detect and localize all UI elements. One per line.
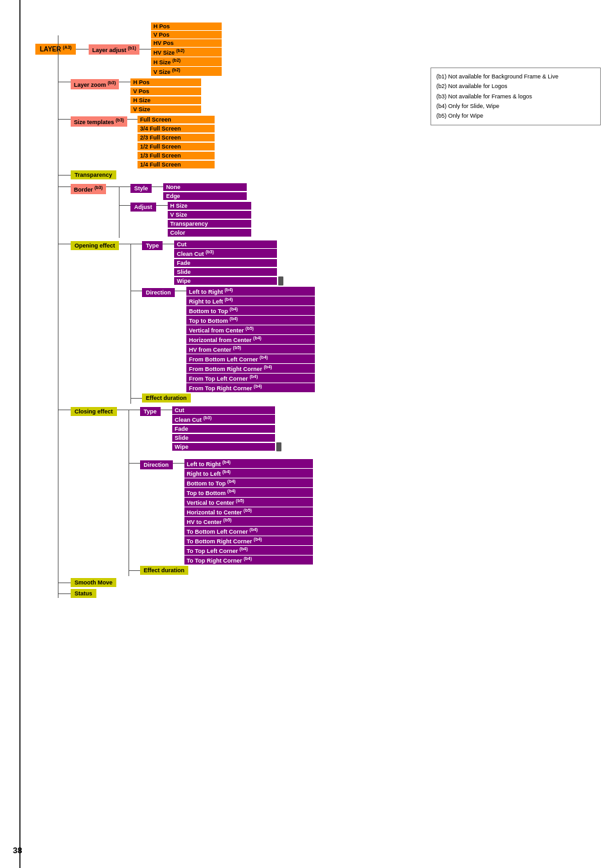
opening-direction-children: Left to Right (b4) Right to Left (b4) Bo… [186, 287, 315, 392]
od-hvfc[interactable]: HV from Center (b5) [186, 345, 315, 354]
23-full-screen[interactable]: 2/3 Full Screen [138, 134, 215, 141]
border-style-label[interactable]: Style [130, 184, 152, 193]
page-number: 38 [13, 845, 22, 855]
h-size-2[interactable]: H Size [130, 96, 201, 104]
od-fblc[interactable]: From Bottom Left Corner (b4) [186, 354, 315, 363]
closing-fade[interactable]: Fade [172, 425, 275, 433]
closing-type-children: Cut Clean Cut (b3) Fade Slide Wipe [172, 406, 281, 451]
od-r2l[interactable]: Right to Left (b4) [186, 296, 315, 305]
closing-wipe[interactable]: Wipe [172, 443, 275, 451]
h-size-1[interactable]: H Size (b2) [151, 57, 222, 66]
closing-effect-label[interactable]: Closing effect [71, 407, 117, 416]
hline8 [106, 186, 119, 187]
size-templates-children: Full Screen 3/4 Full Screen 2/3 Full Scr… [138, 115, 215, 168]
v-pos-2[interactable]: V Pos [130, 87, 201, 95]
border-hsize[interactable]: H Size [168, 202, 251, 210]
border-adjust-label[interactable]: Adjust [130, 203, 156, 212]
opening-vline [130, 244, 131, 404]
cd-r2l[interactable]: Right to Left (b4) [184, 469, 313, 478]
opening-type-label[interactable]: Type [142, 241, 163, 250]
hline28 [58, 593, 71, 594]
od-b2t[interactable]: Bottom to Top (b4) [186, 306, 315, 315]
opening-cleancut[interactable]: Clean Cut (b3) [174, 249, 277, 258]
hline2 [58, 82, 71, 82]
34-full-screen[interactable]: 3/4 Full Screen [138, 125, 215, 132]
layer-hline [76, 49, 89, 50]
hv-pos-1[interactable]: HV Pos [151, 39, 222, 47]
layer-adjust-children: H Pos V Pos HV Pos HV Size (b2) H Size (… [151, 23, 222, 76]
hline17 [130, 291, 142, 291]
cd-vtc[interactable]: Vertical to Center (b5) [184, 498, 313, 507]
cd-hvtc[interactable]: HV to Center (b5) [184, 517, 313, 526]
hline25 [173, 463, 184, 464]
od-l2r[interactable]: Left to Right (b4) [186, 287, 315, 296]
cd-l2r[interactable]: Left to Right (b4) [184, 459, 313, 468]
status-label[interactable]: Status [71, 589, 96, 598]
full-screen[interactable]: Full Screen [138, 116, 215, 123]
border-style-children: None Edge [163, 183, 247, 200]
cd-b2t[interactable]: Bottom to Top (b4) [184, 478, 313, 487]
closing-type-label[interactable]: Type [140, 407, 161, 416]
border-label: Border (b3) [71, 184, 106, 194]
v-size-2[interactable]: V Size [130, 105, 201, 113]
closing-vline [129, 410, 129, 576]
od-fbrc[interactable]: From Bottom Right Corner (b4) [186, 364, 315, 373]
od-hfc[interactable]: Horizontal from Center (b4) [186, 335, 315, 344]
12-full-screen[interactable]: 1/2 Full Screen [138, 143, 215, 150]
layer-zoom-label: Layer zoom (b3) [71, 79, 119, 89]
border-transparency[interactable]: Transparency [168, 220, 251, 228]
hline22 [129, 410, 140, 410]
smooth-move-label[interactable]: Smooth Move [71, 578, 116, 587]
od-t2b[interactable]: Top to Bottom (b4) [186, 316, 315, 325]
hline11 [119, 205, 130, 206]
hline3 [119, 82, 130, 82]
closing-wipe-indicator [276, 442, 281, 451]
cd-tbrc[interactable]: To Bottom Right Corner (b4) [184, 536, 313, 545]
cd-ttlc[interactable]: To Top Left Corner (b4) [184, 546, 313, 555]
hline10 [152, 186, 163, 187]
hline24 [129, 463, 140, 464]
closing-cleancut[interactable]: Clean Cut (b3) [172, 415, 275, 424]
13-full-screen[interactable]: 1/3 Full Screen [138, 152, 215, 159]
od-vfc[interactable]: Vertical from Center (b5) [186, 325, 315, 334]
cd-t2b[interactable]: Top to Bottom (b4) [184, 488, 313, 497]
v-pos-1[interactable]: V Pos [151, 31, 222, 39]
hv-size-1[interactable]: HV Size (b2) [151, 48, 222, 57]
v-size-1[interactable]: V Size (b2) [151, 67, 222, 76]
hline1 [139, 49, 151, 50]
border-edge[interactable]: Edge [163, 192, 247, 200]
wipe-indicator [278, 276, 283, 285]
hline14 [119, 244, 130, 244]
opening-slide[interactable]: Slide [174, 268, 277, 276]
border-color[interactable]: Color [168, 229, 251, 237]
opening-cut[interactable]: Cut [174, 240, 277, 248]
closing-cut[interactable]: Cut [172, 406, 275, 414]
h-pos-2[interactable]: H Pos [130, 78, 201, 86]
opening-wipe[interactable]: Wipe [174, 277, 277, 285]
hline12 [156, 205, 168, 206]
opening-fade[interactable]: Fade [174, 259, 277, 267]
opening-effect-label[interactable]: Opening effect [71, 241, 119, 250]
hline20 [58, 410, 71, 410]
layer-zoom-children: H Pos V Pos H Size V Size [130, 78, 201, 113]
border-vline [119, 186, 120, 238]
14-full-screen[interactable]: 1/4 Full Screen [138, 161, 215, 168]
hline19 [130, 398, 142, 399]
transparency-label[interactable]: Transparency [71, 170, 116, 179]
cd-tblc[interactable]: To Bottom Left Corner (b4) [184, 527, 313, 536]
border-none[interactable]: None [163, 183, 247, 191]
od-ftlc[interactable]: From Top Left Corner (b4) [186, 374, 315, 383]
hline5 [127, 119, 138, 120]
cd-htc[interactable]: Horizontal to Center (b5) [184, 507, 313, 516]
layer-label: LAYER (A3) [35, 44, 76, 54]
od-ftrc[interactable]: From Top Right Corner (b4) [186, 383, 315, 392]
h-pos-1[interactable]: H Pos [151, 23, 222, 30]
hline16 [163, 244, 174, 244]
closing-effect-duration-label[interactable]: Effect duration [140, 566, 189, 575]
closing-slide[interactable]: Slide [172, 434, 275, 442]
opening-direction-label[interactable]: Direction [142, 288, 175, 297]
closing-direction-label[interactable]: Direction [140, 460, 173, 469]
border-vsize[interactable]: V Size [168, 211, 251, 219]
opening-effect-duration-label[interactable]: Effect duration [142, 393, 191, 402]
cd-ttrc[interactable]: To Top Right Corner (b4) [184, 556, 313, 565]
